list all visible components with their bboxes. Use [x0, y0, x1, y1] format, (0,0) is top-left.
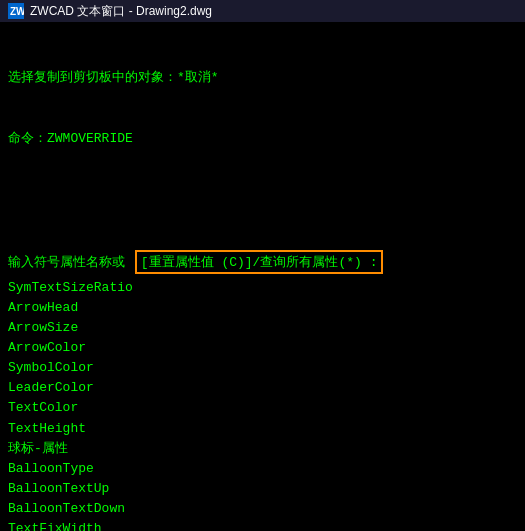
list-item: TextFixWidth: [8, 519, 517, 531]
input-prompt-line: 输入符号属性名称或 [重置属性值 (C)]/查询所有属性(*) :: [8, 250, 517, 274]
command-line-1: 选择复制到剪切板中的对象：*取消*: [8, 68, 517, 88]
list-item: ArrowColor: [8, 338, 517, 358]
app-icon: ZW: [8, 3, 24, 19]
list-item: ArrowSize: [8, 318, 517, 338]
list-item: 球标-属性: [8, 439, 517, 459]
command-output: 选择复制到剪切板中的对象：*取消* 命令：ZWMOVERRIDE: [8, 28, 517, 250]
title-bar: ZW ZWCAD 文本窗口 - Drawing2.dwg: [0, 0, 525, 22]
svg-text:ZW: ZW: [10, 6, 24, 17]
window-title: ZWCAD 文本窗口 - Drawing2.dwg: [30, 3, 517, 20]
prompt-label: 输入符号属性名称或: [8, 253, 133, 271]
main-content: 选择复制到剪切板中的对象：*取消* 命令：ZWMOVERRIDE 输入符号属性名…: [0, 22, 525, 531]
list-item: BalloonTextDown: [8, 499, 517, 519]
list-item: SymbolColor: [8, 358, 517, 378]
attribute-list: SymTextSizeRatio ArrowHead ArrowSize Arr…: [8, 278, 517, 531]
list-item: SymTextSizeRatio: [8, 278, 517, 298]
command-line-3: [8, 189, 517, 209]
list-item: BalloonType: [8, 459, 517, 479]
list-item: LeaderColor: [8, 378, 517, 398]
list-item: ArrowHead: [8, 298, 517, 318]
command-line-2: 命令：ZWMOVERRIDE: [8, 129, 517, 149]
highlighted-option[interactable]: [重置属性值 (C)]/查询所有属性(*) :: [135, 250, 384, 274]
list-item: TextColor: [8, 398, 517, 418]
list-item: TextHeight: [8, 419, 517, 439]
list-item: BalloonTextUp: [8, 479, 517, 499]
